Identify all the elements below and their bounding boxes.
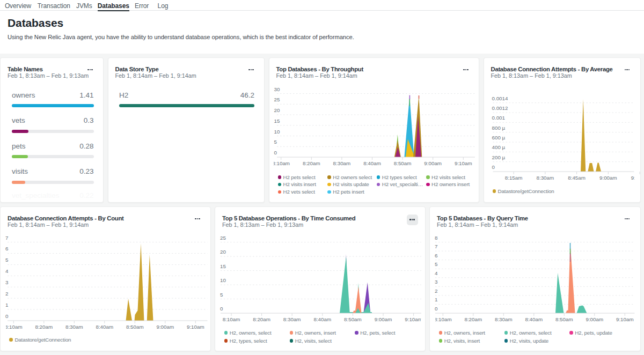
svg-text:5: 5: [274, 139, 277, 145]
svg-text:15: 15: [220, 263, 226, 269]
svg-text:800 µ: 800 µ: [492, 125, 505, 131]
svg-text:9:00am: 9:00am: [375, 316, 392, 322]
svg-text:9:10am: 9:10am: [187, 324, 204, 330]
svg-text:15: 15: [274, 118, 280, 124]
svg-text:8:30am: 8:30am: [65, 324, 83, 330]
svg-text:0: 0: [274, 150, 277, 156]
svg-text:8:45am: 8:45am: [568, 175, 586, 181]
svg-text:30: 30: [274, 86, 280, 92]
svg-text:3: 3: [435, 279, 438, 285]
svg-text:9:10am: 9:10am: [405, 316, 422, 322]
svg-text:5: 5: [5, 257, 9, 263]
svg-text:8:30am: 8:30am: [536, 175, 554, 181]
svg-text:3: 3: [5, 279, 9, 285]
svg-text:4: 4: [435, 270, 438, 276]
svg-text:8:10am: 8:10am: [5, 324, 23, 330]
svg-text:600 µ: 600 µ: [492, 135, 505, 140]
svg-text:8:20am: 8:20am: [302, 160, 320, 166]
svg-text:0.0012: 0.0012: [492, 105, 508, 111]
svg-text:8:50am: 8:50am: [393, 160, 411, 166]
svg-text:7: 7: [5, 235, 8, 241]
svg-text:8:40am: 8:40am: [363, 160, 381, 166]
svg-text:8:40am: 8:40am: [525, 316, 543, 322]
svg-text:8:10am: 8:10am: [434, 316, 452, 322]
svg-text:8:40am: 8:40am: [313, 316, 331, 322]
svg-text:10: 10: [220, 277, 226, 283]
svg-text:1: 1: [5, 302, 8, 308]
svg-text:8:20am: 8:20am: [253, 316, 270, 322]
svg-text:20: 20: [274, 107, 280, 113]
svg-text:2: 2: [5, 291, 8, 297]
svg-text:4: 4: [5, 268, 9, 274]
svg-text:0: 0: [435, 306, 438, 312]
svg-text:9:10am: 9:10am: [454, 160, 472, 166]
svg-text:9:00am: 9:00am: [156, 324, 174, 330]
svg-text:8:40am: 8:40am: [96, 324, 113, 330]
svg-text:8:30am: 8:30am: [283, 316, 301, 322]
svg-text:0: 0: [492, 164, 495, 170]
svg-text:200 µ: 200 µ: [492, 154, 505, 160]
svg-text:25: 25: [220, 235, 226, 241]
svg-text:8:15am: 8:15am: [504, 175, 522, 181]
svg-text:9:00am: 9:00am: [599, 175, 617, 181]
svg-text:8:20am: 8:20am: [35, 324, 53, 330]
svg-text:6: 6: [435, 253, 438, 258]
svg-text:8:10am: 8:10am: [272, 160, 290, 166]
svg-text:0.0014: 0.0014: [492, 95, 508, 101]
svg-text:8: 8: [435, 235, 438, 241]
svg-text:9:00am: 9:00am: [424, 160, 442, 166]
svg-text:6: 6: [5, 246, 9, 252]
svg-text:0: 0: [220, 306, 223, 312]
svg-text:7: 7: [435, 243, 437, 249]
svg-text:8:50am: 8:50am: [555, 316, 573, 322]
svg-text:5: 5: [435, 261, 438, 267]
svg-text:8:50am: 8:50am: [126, 324, 144, 330]
svg-text:9:10am: 9:10am: [616, 316, 634, 322]
svg-text:2: 2: [435, 288, 437, 294]
svg-text:5: 5: [220, 292, 223, 298]
svg-text:8:10am: 8:10am: [223, 316, 240, 322]
svg-text:20: 20: [220, 249, 226, 255]
svg-text:0: 0: [5, 313, 9, 319]
svg-text:0.001: 0.001: [492, 115, 505, 121]
svg-text:25: 25: [274, 97, 280, 102]
svg-text:1: 1: [435, 297, 437, 302]
svg-text:8:50am: 8:50am: [344, 316, 362, 322]
svg-text:10: 10: [274, 129, 280, 135]
svg-text:8:30am: 8:30am: [495, 316, 513, 322]
svg-text:8:20am: 8:20am: [464, 316, 482, 322]
svg-text:9:00am: 9:00am: [586, 316, 603, 322]
svg-text:8:30am: 8:30am: [333, 160, 350, 166]
svg-text:400 µ: 400 µ: [492, 144, 505, 150]
